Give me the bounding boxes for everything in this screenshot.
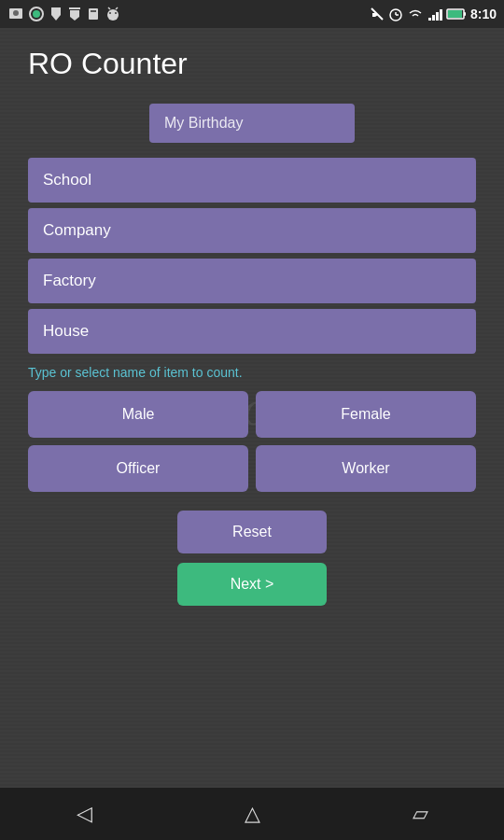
options-grid: Male Female Officer Worker bbox=[28, 391, 476, 492]
battery-icon bbox=[446, 7, 467, 21]
action-buttons: Reset Next > bbox=[28, 511, 476, 606]
android-icon bbox=[105, 6, 121, 22]
app-title: RO Counter bbox=[28, 47, 476, 81]
next-button[interactable]: Next > bbox=[177, 563, 327, 606]
factory-item[interactable]: Factory bbox=[28, 259, 476, 303]
svg-rect-7 bbox=[70, 10, 79, 17]
svg-rect-20 bbox=[428, 18, 431, 21]
nav-bar: ◁ △ ▱ bbox=[0, 788, 504, 840]
content-wrapper: RO Counter School Company Factory House … bbox=[28, 47, 476, 606]
alarm-icon bbox=[388, 7, 403, 21]
officer-button[interactable]: Officer bbox=[28, 445, 248, 492]
mute-icon bbox=[370, 7, 385, 21]
svg-rect-9 bbox=[89, 8, 98, 20]
company-item[interactable]: Company bbox=[28, 208, 476, 253]
main-content: RO Counter RO Counter School Company Fac… bbox=[0, 28, 504, 788]
svg-line-15 bbox=[116, 7, 118, 9]
svg-line-14 bbox=[108, 7, 110, 9]
svg-point-11 bbox=[107, 9, 119, 21]
signal-icon bbox=[427, 7, 442, 21]
worker-button[interactable]: Worker bbox=[256, 445, 476, 492]
svg-marker-8 bbox=[70, 17, 79, 21]
svg-point-12 bbox=[109, 12, 111, 14]
download-icon bbox=[49, 6, 63, 22]
status-icons bbox=[7, 6, 121, 22]
photo-icon bbox=[7, 6, 24, 22]
svg-rect-26 bbox=[448, 10, 462, 18]
school-item[interactable]: School bbox=[28, 158, 476, 203]
svg-rect-25 bbox=[464, 12, 466, 16]
svg-point-1 bbox=[13, 10, 19, 16]
birthday-input[interactable] bbox=[149, 104, 355, 143]
download-alt-icon bbox=[67, 6, 82, 22]
svg-rect-21 bbox=[432, 15, 435, 21]
house-item[interactable]: House bbox=[28, 309, 476, 354]
reset-button[interactable]: Reset bbox=[177, 511, 327, 553]
recent-nav-icon[interactable]: ▱ bbox=[413, 802, 428, 826]
birthday-input-wrapper bbox=[28, 104, 476, 143]
sd-icon bbox=[86, 6, 101, 22]
back-nav-icon[interactable]: ◁ bbox=[77, 802, 92, 826]
home-nav-icon[interactable]: △ bbox=[245, 802, 260, 826]
svg-rect-4 bbox=[51, 7, 61, 15]
male-button[interactable]: Male bbox=[28, 391, 248, 438]
svg-marker-5 bbox=[51, 15, 61, 21]
svg-point-3 bbox=[33, 10, 40, 18]
female-button[interactable]: Female bbox=[256, 391, 476, 438]
svg-point-13 bbox=[115, 12, 117, 14]
svg-rect-10 bbox=[91, 10, 96, 12]
svg-rect-22 bbox=[436, 12, 439, 21]
svg-rect-23 bbox=[440, 9, 442, 21]
hint-text: Type or select name of item to count. bbox=[28, 365, 476, 380]
status-right-icons: 8:10 bbox=[370, 7, 497, 21]
svg-rect-6 bbox=[69, 7, 80, 9]
status-bar: 8:10 bbox=[0, 0, 504, 28]
time-display: 8:10 bbox=[470, 7, 497, 21]
circle-icon bbox=[28, 6, 45, 22]
wifi-icon bbox=[407, 7, 424, 21]
